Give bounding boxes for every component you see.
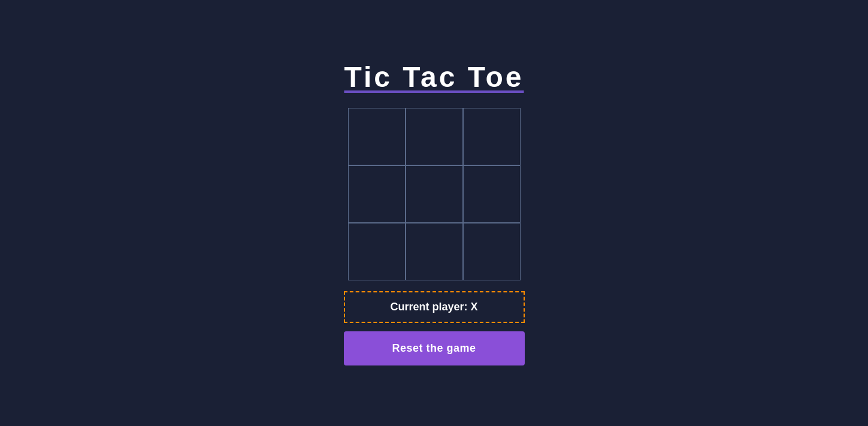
game-title: Tic Tac Toe — [344, 61, 524, 93]
game-container: Tic Tac Toe Current player: X Reset the … — [344, 61, 525, 365]
cell-3[interactable] — [348, 165, 406, 223]
cell-4[interactable] — [406, 165, 463, 223]
cell-1[interactable] — [406, 108, 463, 165]
game-board — [348, 108, 521, 280]
cell-8[interactable] — [463, 223, 521, 280]
cell-6[interactable] — [348, 223, 406, 280]
cell-2[interactable] — [463, 108, 521, 165]
current-player-box: Current player: X — [344, 291, 525, 323]
cell-5[interactable] — [463, 165, 521, 223]
cell-7[interactable] — [406, 223, 463, 280]
reset-button[interactable]: Reset the game — [344, 331, 525, 365]
current-player-text: Current player: X — [390, 301, 477, 313]
cell-0[interactable] — [348, 108, 406, 165]
